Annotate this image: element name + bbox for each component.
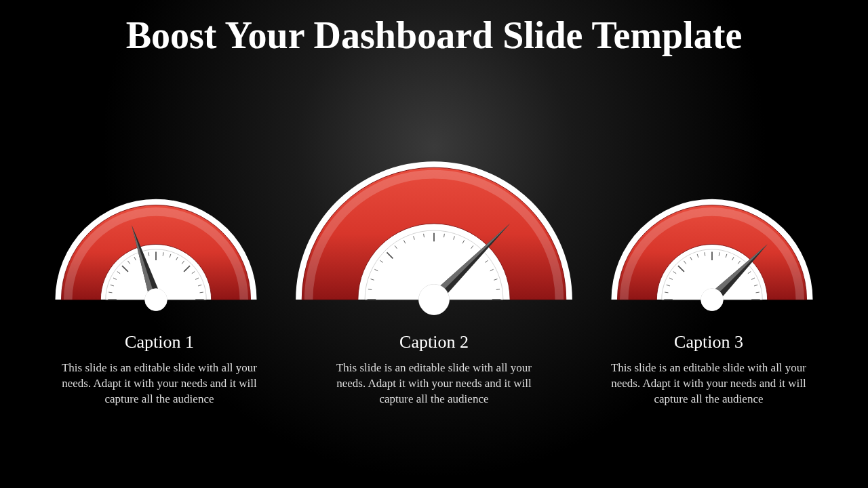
caption-1-title: Caption 1 bbox=[47, 332, 271, 352]
gauge-3-svg bbox=[597, 197, 827, 312]
caption-3: Caption 3 This slide is an editable slid… bbox=[597, 332, 821, 407]
svg-point-80 bbox=[705, 293, 713, 301]
gauge-2 bbox=[271, 156, 597, 312]
svg-point-53 bbox=[425, 290, 435, 301]
caption-1: Caption 1 This slide is an editable slid… bbox=[47, 332, 271, 407]
caption-2-title: Caption 2 bbox=[322, 332, 546, 352]
svg-point-26 bbox=[149, 293, 157, 301]
caption-2: Caption 2 This slide is an editable slid… bbox=[322, 332, 546, 407]
caption-3-body: This slide is an editable slide with all… bbox=[597, 361, 821, 407]
svg-point-52 bbox=[419, 285, 450, 315]
gauge-1-svg bbox=[41, 197, 271, 312]
caption-3-title: Caption 3 bbox=[597, 332, 821, 352]
svg-point-25 bbox=[145, 289, 167, 311]
caption-1-body: This slide is an editable slide with all… bbox=[47, 361, 271, 407]
gauge-1 bbox=[34, 197, 278, 312]
gauge-row bbox=[0, 136, 868, 312]
gauge-3 bbox=[590, 197, 834, 312]
page-title: Boost Your Dashboard Slide Template bbox=[0, 14, 868, 57]
caption-2-body: This slide is an editable slide with all… bbox=[322, 361, 546, 407]
gauge-2-svg bbox=[278, 156, 590, 312]
svg-point-79 bbox=[701, 289, 724, 311]
